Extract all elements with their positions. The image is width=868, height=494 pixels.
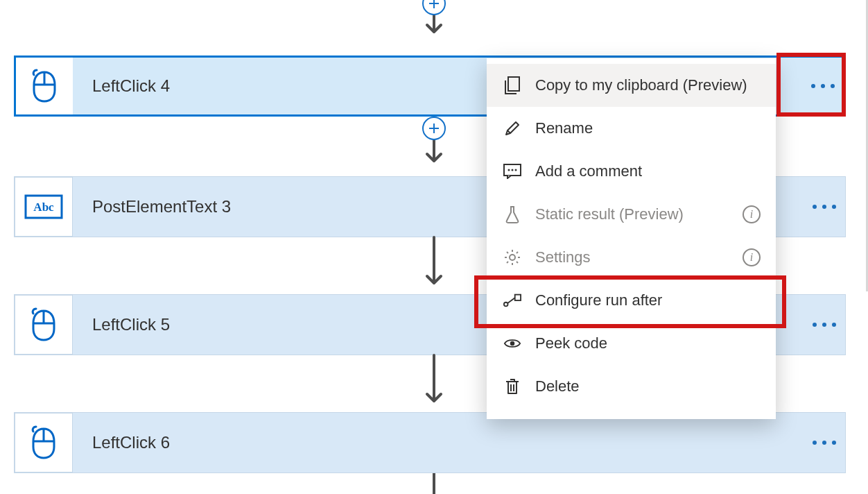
menu-settings: Settings i xyxy=(487,236,776,279)
svg-rect-2 xyxy=(508,77,519,91)
menu-item-label: Static result (Preview) xyxy=(535,205,684,223)
arrow-down-icon xyxy=(422,236,446,290)
line-icon xyxy=(422,473,446,494)
menu-item-label: Rename xyxy=(535,119,593,137)
menu-peek-code[interactable]: Peek code xyxy=(487,322,776,365)
action-menu-button[interactable] xyxy=(802,58,844,114)
add-step-button[interactable] xyxy=(422,0,446,15)
menu-item-label: Configure run after xyxy=(535,291,662,309)
eye-icon xyxy=(503,334,521,352)
ellipsis-icon xyxy=(813,323,836,327)
connector-1 xyxy=(422,117,446,167)
info-icon[interactable]: i xyxy=(743,205,761,223)
abc-icon: Abc xyxy=(15,177,73,237)
mouse-icon xyxy=(16,58,73,114)
action-menu-button[interactable] xyxy=(804,413,845,472)
menu-item-label: Copy to my clipboard (Preview) xyxy=(535,76,747,94)
svg-point-10 xyxy=(510,341,515,346)
run-after-icon xyxy=(503,291,521,309)
menu-configure-run-after[interactable]: Configure run after xyxy=(487,279,776,322)
connector-0 xyxy=(422,0,446,37)
menu-rename[interactable]: Rename xyxy=(487,107,776,150)
info-icon[interactable]: i xyxy=(743,248,761,266)
arrow-down-icon xyxy=(422,354,446,408)
action-title: LeftClick 6 xyxy=(92,433,804,452)
svg-point-4 xyxy=(508,169,510,171)
action-context-menu: Copy to my clipboard (Preview) Rename Ad… xyxy=(487,58,776,419)
svg-text:Abc: Abc xyxy=(33,201,54,214)
svg-point-7 xyxy=(510,255,515,260)
flow-canvas: LeftClick 4 Abc PostElementText 3 LeftCl… xyxy=(0,0,868,494)
menu-item-label: Settings xyxy=(535,248,591,266)
connector-2 xyxy=(422,237,446,290)
connector-3 xyxy=(422,355,446,408)
menu-item-label: Peek code xyxy=(535,334,607,352)
add-step-button[interactable] xyxy=(422,117,446,140)
action-menu-button[interactable] xyxy=(804,295,845,355)
menu-item-label: Delete xyxy=(535,377,580,395)
clipboard-icon xyxy=(503,76,521,94)
mouse-icon xyxy=(15,295,73,355)
ellipsis-icon xyxy=(813,441,836,445)
connector-4 xyxy=(422,473,446,494)
svg-point-6 xyxy=(515,169,517,171)
svg-point-5 xyxy=(512,169,514,171)
comment-icon xyxy=(503,162,521,180)
menu-delete[interactable]: Delete xyxy=(487,365,776,408)
flask-icon xyxy=(503,205,521,223)
mouse-icon xyxy=(15,413,73,472)
trash-icon xyxy=(503,377,521,395)
ellipsis-icon xyxy=(813,205,836,209)
svg-rect-8 xyxy=(515,295,521,300)
svg-point-9 xyxy=(504,303,508,307)
action-menu-button[interactable] xyxy=(804,177,845,237)
menu-add-comment[interactable]: Add a comment xyxy=(487,150,776,193)
menu-static-result: Static result (Preview) i xyxy=(487,193,776,236)
arrow-down-icon xyxy=(422,14,446,37)
ellipsis-icon xyxy=(811,84,835,88)
menu-item-label: Add a comment xyxy=(535,162,642,180)
action-card-leftclick-6[interactable]: LeftClick 6 xyxy=(14,412,846,473)
arrow-down-icon xyxy=(422,139,446,167)
menu-copy-clipboard[interactable]: Copy to my clipboard (Preview) xyxy=(487,64,776,107)
pencil-icon xyxy=(503,119,521,137)
gear-icon xyxy=(503,248,521,266)
